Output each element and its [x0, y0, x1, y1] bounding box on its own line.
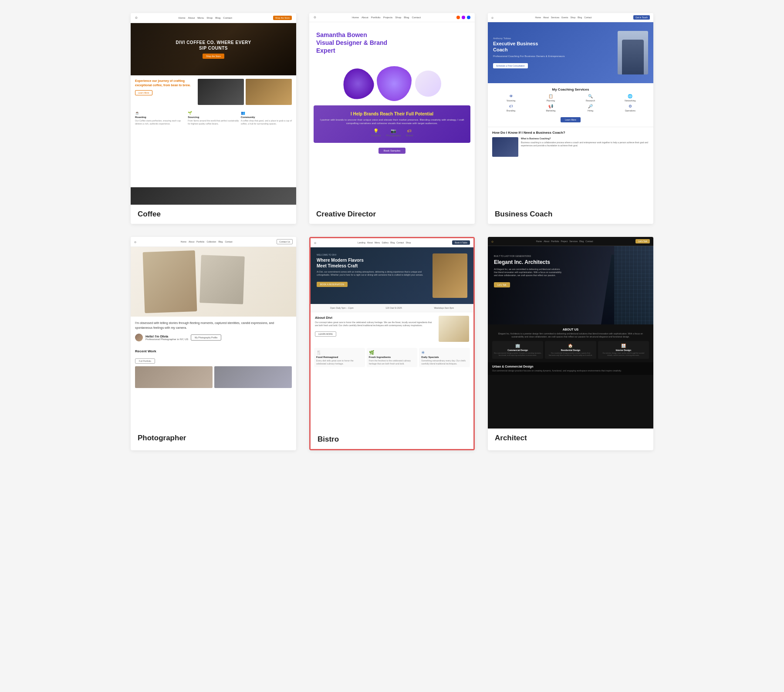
coffee-preview: ⊙ Home About Menu Shop Blog Contact Shop… — [131, 13, 296, 205]
coach-service-marketing: 📢 Marketing — [532, 104, 569, 112]
photo-recent: Recent Work Full Portfolio — [131, 349, 296, 392]
creative-service-brand: 🏷 Brand — [406, 128, 413, 137]
creative-cta: Book Samples — [309, 143, 475, 156]
photo-nav-links: HomeAboutPortfolioCollectionBlogContact — [181, 240, 233, 243]
arch-service-residential: 🏠 Residential Design Our residential des… — [545, 341, 596, 359]
card-business-coach[interactable]: ⊙ HomeAboutServicesEventsShopBlogContact… — [488, 13, 653, 224]
bistro-hero-text: WELCOME TO DIVI Where Modern FlavorsMeet… — [317, 253, 429, 298]
coach-learn-btn: Learn More — [561, 117, 581, 122]
bistro-about-title: About Divi — [315, 316, 435, 320]
photo-recent-title: Recent Work — [135, 349, 292, 353]
coffee-images — [198, 79, 292, 105]
photo-img-b — [214, 366, 292, 388]
photo-author-info: Hello! I'm Olivia Professional Photograp… — [145, 335, 188, 341]
blob1 — [338, 64, 378, 103]
creative-service-icons: 💡 Creative 📷 Photography 🏷 Brand — [320, 128, 464, 137]
coach-service-visioning: 👁 Visioning — [492, 94, 530, 102]
coffee-feature-roasting: ☕ Roasting Our Coffee starts perfection,… — [135, 111, 186, 125]
blob2 — [377, 66, 412, 101]
creative-preview: ⊙ HomeAboutPortfolioProjectsShopBlogCont… — [309, 13, 475, 205]
creative-service-photo: 📷 Photography — [386, 128, 401, 137]
coffee-text: Experience our journey of crafting excep… — [135, 79, 194, 105]
coach-qa-row: What is Business Coaching? Business coac… — [492, 137, 649, 157]
bistro-features: 🍴 Food Reimagined Every dish tells great… — [311, 345, 473, 370]
card-coffee[interactable]: ⊙ Home About Menu Shop Blog Contact Shop… — [131, 13, 296, 224]
creative-nav: ⊙ HomeAboutPortfolioProjectsShopBlogCont… — [309, 13, 475, 22]
blob3 — [415, 71, 441, 97]
arch-bottom: Urban & Commercial Design Our commercial… — [488, 362, 653, 375]
coach-nav: ⊙ HomeAboutServicesEventsShopBlogContact… — [488, 13, 653, 22]
coach-service-hiring: 🔎 Hiring — [572, 104, 609, 112]
photo-preview: ⊙ HomeAboutPortfolioCollectionBlogContac… — [131, 237, 296, 429]
photo-avatar — [135, 334, 143, 341]
arch-nav: ⊙ HomeAboutPortfolioProjectServicesBlogC… — [488, 237, 653, 246]
creative-nav-links: HomeAboutPortfolioProjectsShopBlogContac… — [352, 16, 421, 19]
bistro-nav: ⊙ LandingAboutMenuGalleryBlogContactShop… — [311, 238, 473, 247]
card-photographer[interactable]: ⊙ HomeAboutPortfolioCollectionBlogContac… — [131, 237, 296, 450]
arch-nav-cta: Let's Talk — [635, 239, 650, 243]
coach-services: My Coaching Services 👁 Visioning 📋 Plann… — [488, 83, 653, 127]
arch-services-grid: 🏢 Commercial Design Our commercial desig… — [492, 341, 649, 359]
coach-hero: Anthony Tobias Executive BusinessCoach P… — [488, 22, 653, 83]
coffee-hero: DIVI COFFEE CO. WHERE EVERYSIP COUNTS Sh… — [131, 23, 296, 75]
coffee-hero-title: DIVI COFFEE CO. WHERE EVERYSIP COUNTS — [176, 40, 251, 51]
arch-about: ABOUT US Elegant Inc. Architects is a pr… — [488, 324, 653, 362]
arch-hero-desc: At Elegant Inc, we are committed to deli… — [494, 268, 564, 277]
arch-bottom-text: Our commercial design practice focuses o… — [492, 369, 649, 372]
bistro-about-btn: LEARN MORE — [315, 331, 336, 337]
coach-nav-links: HomeAboutServicesEventsShopBlogContact — [535, 16, 592, 19]
arch-logo: ⊙ — [491, 240, 493, 243]
coach-qa-text: What is Business Coaching? Business coac… — [521, 137, 649, 157]
coach-service-branding: 🏷 Branding — [492, 104, 530, 112]
coach-service-research: 🔍 Research — [572, 94, 609, 102]
coach-hero-img — [618, 31, 648, 74]
photo-img-a — [135, 366, 213, 388]
card-bistro[interactable]: ⊙ LandingAboutMenuGalleryBlogContactShop… — [309, 237, 475, 450]
bistro-welcome: WELCOME TO DIVI — [317, 253, 429, 256]
photo-content: I'm obsessed with telling stories throug… — [131, 317, 296, 349]
coffee-bottom-img — [131, 187, 296, 205]
photo-images — [135, 366, 292, 388]
bistro-hero-desc: At Divi, our commitment comes with an in… — [317, 270, 429, 277]
card-architect[interactable]: ⊙ HomeAboutPortfolioProjectServicesBlogC… — [488, 237, 653, 450]
coffee-nav-cta: Shop the Store — [273, 16, 292, 20]
coach-nav-cta: Get in Touch — [633, 15, 650, 20]
arch-about-text: Elegant Inc. Architects is a premier des… — [492, 332, 649, 338]
arch-hero-sub: BUILT TO LAST FOR GENERATIONS — [494, 255, 647, 257]
bistro-logo: ⊙ — [314, 241, 316, 244]
coffee-logo: ⊙ — [135, 16, 138, 20]
card-grid: ⊙ Home About Menu Shop Blog Contact Shop… — [131, 13, 653, 450]
card-creative-director[interactable]: ⊙ HomeAboutPortfolioProjectsShopBlogCont… — [309, 13, 475, 224]
arch-nav-links: HomeAboutPortfolioProjectServicesBlogCon… — [536, 240, 593, 243]
arch-hero-btn: Let's Talk — [494, 282, 510, 287]
arch-service-interior: 🪟 Interior Design Our interior design te… — [598, 341, 649, 359]
dot1 — [456, 16, 460, 19]
coffee-label: Coffee — [131, 205, 296, 224]
bistro-hero-btn: BOOK A RESERVATION — [317, 282, 348, 287]
creative-cta-btn: Book Samples — [378, 148, 406, 154]
coffee-hero-btn: Shop the Store — [203, 54, 224, 59]
creative-hero-title: Samantha BowenVisual Designer & BrandExp… — [316, 31, 468, 55]
bistro-about-text: About Divi Our concept takes great care … — [315, 316, 435, 342]
bistro-feature-food: 🍴 Food Reimagined Every dish tells great… — [314, 348, 365, 367]
arch-hero-text: BUILT TO LAST FOR GENERATIONS Elegant In… — [488, 246, 653, 296]
creative-banner: I Help Brands Reach Their Full Potential… — [314, 105, 470, 143]
architect-label: Architect — [488, 429, 653, 448]
coach-qa-title: How Do I Know If I Need a Business Coach… — [492, 131, 649, 135]
arch-service-commercial: 🏢 Commercial Design Our commercial desig… — [492, 341, 543, 359]
photo-desc: I'm obsessed with telling stories throug… — [135, 321, 292, 330]
creative-director-label: Creative Director — [309, 205, 475, 224]
bistro-hero: WELCOME TO DIVI Where Modern FlavorsMeet… — [311, 247, 473, 304]
coach-service-operations: ⚙ Operations — [612, 104, 649, 112]
coffee-section: Experience our journey of crafting excep… — [131, 75, 296, 108]
photo-logo: ⊙ — [134, 240, 136, 243]
bistro-about-desc: Our concept takes great care to honor th… — [315, 321, 435, 327]
photo-author: Hello! I'm Olivia Professional Photograp… — [135, 334, 292, 341]
coffee-feature-sourcing: 🌱 Sourcing From farms around the world t… — [188, 111, 239, 125]
bistro-feature-ingredients: 🌿 Fresh Ingredients From the freshest to… — [367, 348, 418, 367]
photographer-label: Photographer — [131, 429, 296, 448]
business-coach-label: Business Coach — [488, 205, 653, 224]
coach-hero-btn: Schedule a Free Consultation — [493, 63, 528, 68]
bistro-feature-specials: ✳ Daily Specials Something extraordinary… — [419, 348, 470, 367]
creative-hero: Samantha BowenVisual Designer & BrandExp… — [309, 22, 475, 62]
